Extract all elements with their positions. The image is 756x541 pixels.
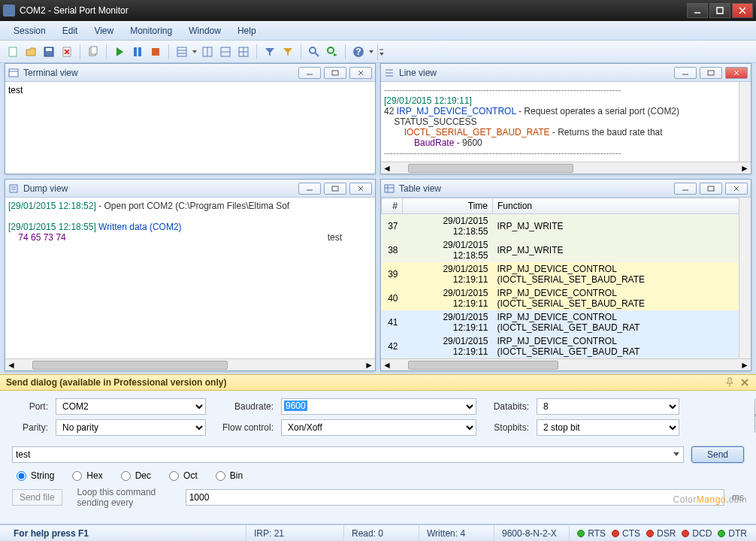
menu-monitoring[interactable]: Monitoring bbox=[122, 23, 180, 39]
scrollbar[interactable]: ◄► bbox=[381, 162, 751, 174]
status-read: Read: 0 bbox=[344, 525, 419, 541]
find-icon[interactable] bbox=[306, 44, 322, 60]
play-icon[interactable] bbox=[111, 44, 128, 60]
menu-window[interactable]: Window bbox=[181, 23, 228, 39]
svg-point-29 bbox=[310, 47, 316, 53]
terminal-content[interactable]: test bbox=[5, 82, 375, 174]
svg-rect-15 bbox=[152, 48, 159, 56]
stopbits-select[interactable]: 2 stop bit bbox=[537, 419, 679, 436]
filter-settings-icon[interactable] bbox=[280, 44, 296, 60]
parity-select[interactable]: No parity bbox=[56, 419, 206, 436]
window-title: COM2 - Serial Port Monitor bbox=[20, 5, 685, 16]
svg-rect-38 bbox=[9, 69, 18, 77]
dropdown-arrow-icon[interactable] bbox=[192, 44, 198, 60]
find-next-icon[interactable] bbox=[324, 44, 340, 60]
grid-icon-3[interactable] bbox=[235, 44, 252, 60]
save-icon[interactable] bbox=[41, 44, 57, 60]
databits-select[interactable]: 8 bbox=[537, 398, 679, 415]
table-row[interactable]: 4129/01/2015 12:19:11IRP_MJ_DEVICE_CONTR… bbox=[382, 310, 751, 334]
grid-icon-1[interactable] bbox=[199, 44, 216, 60]
panel-close-button[interactable] bbox=[725, 67, 748, 79]
panel-minimize-button[interactable] bbox=[674, 183, 697, 195]
panel-close-button[interactable] bbox=[725, 183, 748, 195]
menu-help[interactable]: Help bbox=[230, 23, 264, 39]
svg-rect-41 bbox=[332, 71, 338, 75]
dump-view-panel: Dump view [29/01/2015 12:18:52] - Open p… bbox=[5, 179, 376, 371]
panel-maximize-button[interactable] bbox=[324, 67, 346, 79]
table-row[interactable]: 3729/01/2015 12:18:55IRP_MJ_WRITE bbox=[382, 214, 751, 239]
table-icon bbox=[384, 183, 395, 194]
toolbar-overflow-icon[interactable] bbox=[377, 44, 383, 60]
close-icon[interactable] bbox=[739, 377, 750, 388]
send-file-button[interactable]: Send file bbox=[12, 489, 62, 506]
statusbar: For help press F1 IRP: 21 Read: 0 Writte… bbox=[0, 524, 756, 541]
panel-maximize-button[interactable] bbox=[324, 183, 346, 195]
panel-maximize-button[interactable] bbox=[700, 67, 722, 79]
send-text-input[interactable] bbox=[12, 446, 684, 463]
pause-icon[interactable] bbox=[129, 44, 146, 60]
lines-icon bbox=[384, 68, 395, 78]
dump-view-content[interactable]: [29/01/2015 12:18:52] - Open port COM2 (… bbox=[5, 198, 375, 358]
chevron-down-icon[interactable] bbox=[672, 449, 681, 458]
table-view-icon[interactable] bbox=[174, 44, 190, 60]
radio-dec[interactable]: Dec bbox=[121, 470, 151, 481]
toolbar: ? bbox=[0, 41, 756, 63]
radio-bin[interactable]: Bin bbox=[216, 470, 243, 481]
status-mode: 9600-8-N-2-X bbox=[494, 525, 570, 541]
status-help: For help press F1 bbox=[6, 525, 246, 541]
panel-maximize-button[interactable] bbox=[700, 183, 722, 195]
pin-icon[interactable] bbox=[724, 377, 735, 388]
maximize-button[interactable] bbox=[709, 3, 730, 18]
minimize-button[interactable] bbox=[687, 3, 708, 18]
open-icon[interactable] bbox=[23, 44, 39, 60]
table-row[interactable]: 3829/01/2015 12:18:55IRP_MJ_WRITE bbox=[382, 238, 751, 262]
stop-icon[interactable] bbox=[147, 44, 164, 60]
table-row[interactable]: 4229/01/2015 12:19:11IRP_MJ_DEVICE_CONTR… bbox=[382, 334, 751, 358]
radio-oct[interactable]: Oct bbox=[169, 470, 198, 481]
panel-close-button[interactable] bbox=[349, 67, 372, 79]
dropdown-arrow-icon[interactable] bbox=[368, 44, 374, 60]
table-view-content[interactable]: # Time Function 3729/01/2015 12:18:55IRP… bbox=[381, 198, 751, 358]
svg-rect-48 bbox=[708, 71, 714, 75]
scrollbar[interactable] bbox=[739, 198, 751, 358]
flow-select[interactable]: Xon/Xoff bbox=[281, 419, 476, 436]
col-number[interactable]: # bbox=[382, 198, 403, 214]
table-row[interactable]: 4029/01/2015 12:19:11IRP_MJ_DEVICE_CONTR… bbox=[382, 286, 751, 310]
port-select[interactable]: COM2 bbox=[56, 398, 206, 415]
panel-minimize-button[interactable] bbox=[298, 183, 321, 195]
send-button[interactable]: Send bbox=[691, 446, 744, 463]
radio-string[interactable]: String bbox=[17, 470, 54, 481]
panel-minimize-button[interactable] bbox=[674, 67, 697, 79]
menu-edit[interactable]: Edit bbox=[55, 23, 86, 39]
help-icon[interactable]: ? bbox=[350, 44, 367, 60]
grid-icon-2[interactable] bbox=[217, 44, 234, 60]
copy-icon[interactable] bbox=[85, 44, 101, 60]
delete-icon[interactable] bbox=[59, 44, 75, 60]
panel-minimize-button[interactable] bbox=[298, 67, 321, 79]
status-irp: IRP: 21 bbox=[246, 525, 344, 541]
port-label: Port: bbox=[12, 401, 48, 412]
scrollbar[interactable]: ◄► bbox=[5, 358, 375, 370]
filter-icon[interactable] bbox=[262, 44, 278, 60]
loop-interval-input[interactable] bbox=[186, 489, 724, 506]
baud-select[interactable] bbox=[281, 398, 476, 415]
loop-label: Loop this command sending every bbox=[77, 487, 178, 508]
panel-close-button[interactable] bbox=[349, 183, 372, 195]
send-dialog-banner: Send dialog (available in Professional v… bbox=[0, 374, 756, 391]
close-button[interactable] bbox=[732, 3, 753, 18]
radio-hex[interactable]: Hex bbox=[72, 470, 102, 481]
col-time[interactable]: Time bbox=[403, 198, 493, 214]
line-view-content[interactable]: ----------------------------------------… bbox=[381, 82, 751, 162]
svg-rect-62 bbox=[708, 186, 714, 191]
svg-rect-58 bbox=[385, 185, 394, 192]
menu-view[interactable]: View bbox=[86, 23, 121, 39]
scrollbar[interactable] bbox=[739, 82, 751, 162]
status-written: Written: 4 bbox=[419, 525, 494, 541]
menu-session[interactable]: Session bbox=[6, 23, 53, 39]
new-session-icon[interactable] bbox=[5, 44, 21, 60]
table-row[interactable]: 3929/01/2015 12:19:11IRP_MJ_DEVICE_CONTR… bbox=[382, 262, 751, 286]
scrollbar[interactable]: ◄► bbox=[381, 358, 751, 370]
col-function[interactable]: Function bbox=[493, 198, 751, 214]
svg-marker-27 bbox=[265, 48, 274, 56]
loop-unit: ms bbox=[732, 492, 744, 503]
